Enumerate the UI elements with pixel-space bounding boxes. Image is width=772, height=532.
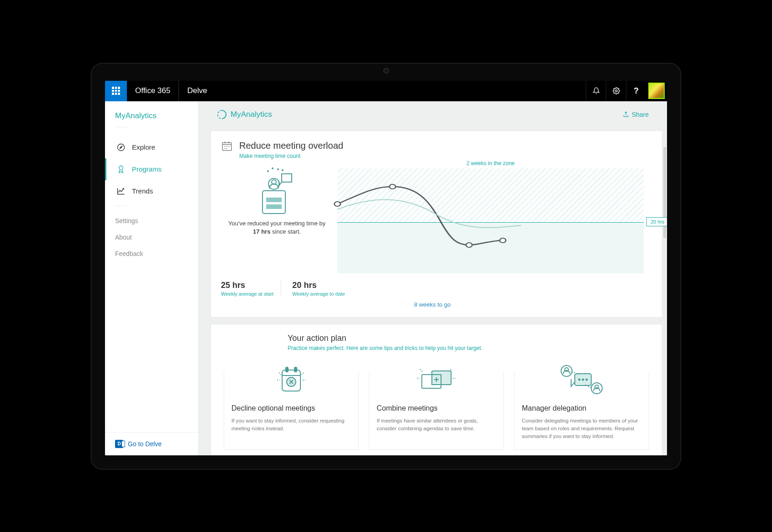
reduce-message: You've reduced your meeting time by 17 h… <box>228 219 326 236</box>
svg-point-31 <box>579 379 580 380</box>
share-label: Share <box>632 111 649 118</box>
svg-point-3 <box>119 166 123 169</box>
tablet-frame: Office 365 Delve ? MyAnalytics <box>91 63 681 469</box>
svg-point-15 <box>334 202 340 206</box>
zone-label: 2 weeks in the zone <box>466 160 515 167</box>
sidebar-item-label: Trends <box>132 187 153 195</box>
svg-rect-6 <box>266 198 282 202</box>
plan-card-body: Consider delegating meetings to members … <box>522 417 641 441</box>
share-button[interactable]: Share <box>623 111 649 118</box>
delve-icon: D <box>115 440 123 448</box>
sidebar-footer-label: Go to Delve <box>128 440 162 448</box>
plan-card-delegation[interactable]: Manager delegation Consider delegating m… <box>514 371 649 450</box>
combine-icon <box>414 363 459 399</box>
presenter-illustration <box>254 166 300 216</box>
analytics-icon <box>217 110 227 120</box>
threshold-badge: 20 hrs <box>646 217 667 226</box>
sidebar-item-programs[interactable]: Programs <box>105 158 198 180</box>
svg-marker-2 <box>120 146 122 148</box>
sidebar-item-trends[interactable]: Trends <box>105 180 198 202</box>
sidebar: MyAnalytics Explore Programs <box>105 101 199 455</box>
help-button[interactable]: ? <box>626 81 646 101</box>
app-launcher-button[interactable] <box>105 81 127 101</box>
plan-card-title: Manager delegation <box>522 404 641 412</box>
svg-point-18 <box>500 238 506 243</box>
line-chart <box>337 168 644 273</box>
svg-point-0 <box>615 90 617 92</box>
share-icon <box>623 111 629 118</box>
main-header: MyAnalytics Share <box>199 101 667 124</box>
gear-icon <box>613 87 620 94</box>
sidebar-about-link[interactable]: About <box>105 229 198 245</box>
svg-rect-21 <box>294 367 297 372</box>
notifications-button[interactable] <box>586 81 606 101</box>
sidebar-item-label: Explore <box>132 143 155 151</box>
sidebar-brand: MyAnalytics <box>105 101 198 127</box>
card-title: Reduce meeting overload <box>239 141 343 151</box>
card-subtitle: Make meeting time count <box>239 153 644 159</box>
plan-card-decline[interactable]: Decline optional meetings If you want to… <box>224 371 359 450</box>
stat-start: 25 hrs Weekly average at start <box>221 281 281 297</box>
stats-row: 25 hrs Weekly average at start 20 hrs We… <box>221 281 644 297</box>
svg-point-12 <box>272 168 273 169</box>
main-header-title: MyAnalytics <box>231 110 272 119</box>
weeks-to-go: 8 weeks to go <box>221 301 644 308</box>
svg-point-33 <box>586 379 588 380</box>
avatar-image <box>648 83 665 99</box>
screen: Office 365 Delve ? MyAnalytics <box>105 81 667 455</box>
stat-todate: 20 hrs Weekly average to date <box>281 281 352 297</box>
topbar: Office 365 Delve ? <box>105 81 667 101</box>
sidebar-feedback-link[interactable]: Feedback <box>105 245 198 262</box>
plan-card-combine[interactable]: Combine meetings If meetings have simila… <box>369 371 504 450</box>
plan-card-title: Decline optional meetings <box>231 404 351 412</box>
settings-button[interactable] <box>606 81 626 101</box>
main-content: MyAnalytics Share Reduce meeting overloa… <box>199 101 667 455</box>
compass-icon <box>116 143 126 152</box>
delegation-icon <box>557 363 607 399</box>
question-icon: ? <box>634 86 639 96</box>
svg-rect-10 <box>282 174 292 182</box>
go-to-delve-link[interactable]: D Go to Delve <box>105 432 198 455</box>
profile-button[interactable] <box>646 81 667 101</box>
action-plan-card: Your action plan Practice makes perfect.… <box>210 324 662 455</box>
sidebar-item-explore[interactable]: Explore <box>105 136 198 158</box>
sidebar-settings-link[interactable]: Settings <box>105 213 198 229</box>
svg-point-13 <box>278 169 278 170</box>
plan-card-title: Combine meetings <box>377 404 496 412</box>
calendar-icon <box>221 140 233 152</box>
svg-rect-7 <box>266 204 282 209</box>
svg-rect-20 <box>286 367 288 372</box>
bell-icon <box>593 87 600 94</box>
ribbon-icon <box>116 165 126 174</box>
trend-icon <box>116 187 126 196</box>
svg-point-17 <box>466 243 472 247</box>
plan-card-body: If you want to stay informed, consider r… <box>231 417 351 433</box>
camera <box>383 68 389 73</box>
waffle-icon <box>112 87 120 95</box>
decline-icon <box>271 363 312 399</box>
svg-point-11 <box>268 171 268 172</box>
action-plan-title: Your action plan <box>288 334 649 343</box>
sidebar-item-label: Programs <box>132 165 162 173</box>
meeting-chart: 2 weeks in the zone <box>337 163 644 273</box>
svg-point-16 <box>389 184 395 189</box>
app-title[interactable]: Delve <box>179 81 215 101</box>
reduce-meetings-card: Reduce meeting overload Make meeting tim… <box>210 130 662 318</box>
action-plan-subtitle: Practice makes perfect. Here are some ti… <box>288 345 649 351</box>
suite-title[interactable]: Office 365 <box>127 81 179 101</box>
svg-point-32 <box>583 379 584 380</box>
plan-card-body: If meetings have similar attendees or go… <box>377 417 496 433</box>
svg-point-14 <box>282 170 283 171</box>
